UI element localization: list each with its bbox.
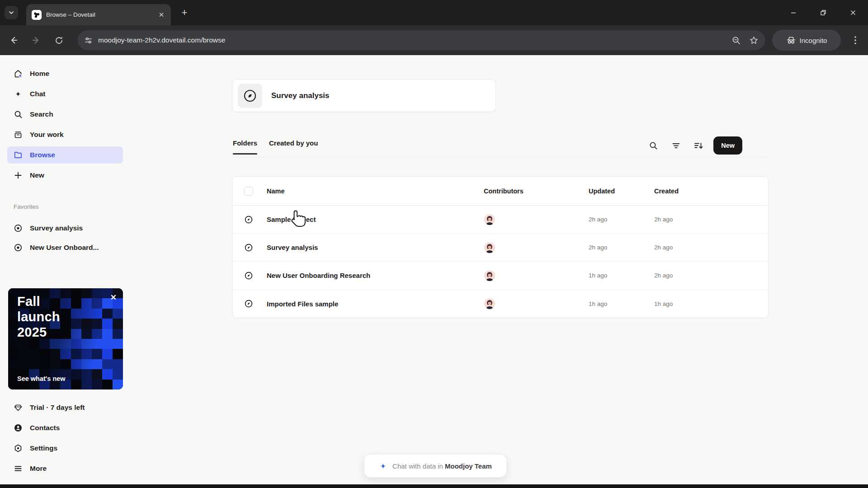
sidebar-item-trial[interactable]: Trial · 7 days left bbox=[7, 399, 123, 416]
sidebar-item-contacts[interactable]: Contacts bbox=[7, 419, 123, 436]
promo-close-icon[interactable]: ✕ bbox=[110, 293, 117, 302]
bookmark-star-icon[interactable] bbox=[749, 36, 759, 45]
contributor-avatar[interactable] bbox=[484, 214, 495, 225]
settings-nut-icon bbox=[14, 444, 23, 453]
browser-toolbar: moodjoy-team-2h2v.dovetail.com/browse In… bbox=[0, 25, 868, 55]
project-header-card[interactable]: Survey analysis bbox=[232, 79, 496, 112]
sidebar-item-label: Chat bbox=[30, 90, 45, 98]
column-header-created[interactable]: Created bbox=[654, 188, 720, 195]
folders-table: Name Contributors Updated Created Sample… bbox=[232, 176, 769, 318]
window-restore-button[interactable] bbox=[808, 0, 838, 25]
row-created: 2h ago bbox=[654, 216, 720, 223]
new-tab-button[interactable]: + bbox=[179, 7, 190, 19]
sidebar-item-label: Browse bbox=[30, 151, 55, 159]
sidebar-item-more[interactable]: More bbox=[7, 460, 123, 477]
column-header-contributors[interactable]: Contributors bbox=[484, 188, 589, 195]
tab-close-icon[interactable]: ✕ bbox=[157, 11, 165, 19]
project-title: Survey analysis bbox=[271, 91, 330, 100]
sidebar-item-new[interactable]: New bbox=[7, 167, 123, 184]
favorite-item-survey-analysis[interactable]: Survey analysis bbox=[7, 220, 123, 237]
row-name: Imported Files sample bbox=[267, 300, 484, 308]
sort-icon bbox=[693, 141, 703, 150]
person-circle-icon bbox=[14, 423, 23, 432]
incognito-label: Incognito bbox=[800, 37, 827, 44]
back-button[interactable] bbox=[5, 32, 22, 48]
row-created: 1h ago bbox=[654, 300, 720, 307]
sidebar-item-settings[interactable]: Settings bbox=[7, 440, 123, 457]
row-created: 2h ago bbox=[654, 244, 720, 251]
team-name: Moodjoy Team bbox=[445, 462, 492, 470]
browser-tab[interactable]: Browse – Dovetail ✕ bbox=[26, 4, 171, 25]
fall-launch-promo-card[interactable]: Fall launch 2025 ✕ See what's new bbox=[8, 288, 123, 389]
reload-button[interactable] bbox=[51, 32, 67, 48]
table-body: Sample Project 2h ago 2h ago Survey anal… bbox=[232, 206, 768, 318]
search-icon bbox=[14, 110, 23, 119]
select-all-checkbox[interactable] bbox=[244, 187, 253, 196]
sidebar-item-search[interactable]: Search bbox=[7, 106, 123, 123]
sidebar-item-label: Contacts bbox=[30, 424, 60, 432]
sidebar-item-chat[interactable]: Chat bbox=[7, 85, 123, 103]
table-row[interactable]: Sample Project 2h ago 2h ago bbox=[232, 206, 768, 234]
forward-button[interactable] bbox=[28, 32, 44, 48]
sidebar-item-home[interactable]: Home bbox=[7, 65, 123, 82]
table-row[interactable]: Survey analysis 2h ago 2h ago bbox=[232, 234, 768, 262]
url-bar[interactable]: moodjoy-team-2h2v.dovetail.com/browse bbox=[78, 30, 765, 50]
restore-icon bbox=[820, 9, 826, 16]
contributor-avatar[interactable] bbox=[484, 270, 495, 282]
browser-menu-button[interactable] bbox=[851, 35, 860, 46]
chat-with-data-pill[interactable]: Chat with data in Moodjoy Team bbox=[364, 454, 507, 478]
promo-link[interactable]: See what's new bbox=[17, 375, 66, 382]
sidebar-item-your-work[interactable]: Your work bbox=[7, 126, 123, 143]
project-icon bbox=[14, 224, 23, 233]
table-row[interactable]: Imported Files sample 1h ago 1h ago bbox=[232, 290, 768, 318]
column-header-name[interactable]: Name bbox=[267, 188, 484, 195]
sidebar-item-label: Search bbox=[30, 110, 53, 118]
project-icon bbox=[244, 271, 253, 280]
new-folder-button[interactable]: New bbox=[713, 136, 742, 155]
chevron-down-icon bbox=[8, 9, 14, 16]
project-icon bbox=[244, 243, 253, 252]
sidebar-item-label: Your work bbox=[30, 131, 64, 139]
row-name: New User Onboarding Research bbox=[267, 272, 484, 279]
back-icon bbox=[9, 35, 19, 45]
window-close-button[interactable] bbox=[838, 0, 868, 25]
table-search-button[interactable] bbox=[646, 138, 661, 153]
zoom-page-icon[interactable] bbox=[731, 36, 741, 45]
row-updated: 2h ago bbox=[589, 244, 654, 251]
plus-icon bbox=[14, 171, 23, 180]
chat-pill-text: Chat with data in Moodjoy Team bbox=[392, 462, 492, 470]
close-icon bbox=[850, 9, 856, 16]
sort-button[interactable] bbox=[691, 138, 706, 153]
sidebar-item-label: More bbox=[30, 465, 47, 473]
tab-created-by-you[interactable]: Created by you bbox=[269, 139, 318, 147]
favorites-heading: Favorites bbox=[14, 203, 39, 210]
reload-icon bbox=[54, 36, 64, 45]
incognito-badge: Incognito bbox=[772, 30, 841, 51]
window-minimize-button[interactable] bbox=[778, 0, 808, 25]
project-icon-box bbox=[238, 84, 262, 108]
filter-button[interactable] bbox=[668, 138, 684, 153]
screen-edge-strip bbox=[0, 484, 868, 488]
sidebar: Home Chat Search Your work Browse bbox=[0, 55, 136, 484]
sidebar-item-label: Settings bbox=[30, 444, 57, 452]
project-icon bbox=[14, 243, 23, 252]
sparkle-icon bbox=[14, 89, 23, 99]
sidebar-item-label: Home bbox=[30, 70, 49, 78]
column-header-updated[interactable]: Updated bbox=[589, 188, 654, 195]
row-created: 2h ago bbox=[654, 272, 720, 279]
url-text[interactable]: moodjoy-team-2h2v.dovetail.com/browse bbox=[98, 36, 731, 44]
hamburger-icon bbox=[14, 464, 23, 473]
favorite-item-new-user-onboarding[interactable]: New User Onboard... bbox=[7, 239, 123, 256]
tab-folders[interactable]: Folders bbox=[233, 139, 257, 147]
browser-tab-bar: Browse – Dovetail ✕ + bbox=[0, 0, 868, 25]
table-row[interactable]: New User Onboarding Research 1h ago 2h a… bbox=[232, 262, 768, 290]
tab-search-button[interactable] bbox=[5, 6, 18, 19]
promo-title: Fall launch 2025 bbox=[17, 294, 60, 340]
contributor-avatar[interactable] bbox=[484, 298, 495, 310]
tab-title: Browse – Dovetail bbox=[46, 11, 157, 18]
contributor-avatar[interactable] bbox=[484, 242, 495, 253]
row-updated: 2h ago bbox=[589, 216, 654, 223]
sidebar-item-browse[interactable]: Browse bbox=[7, 146, 123, 164]
dovetail-browse-page: Home Chat Search Your work Browse bbox=[0, 55, 868, 484]
site-settings-icon[interactable] bbox=[84, 36, 93, 45]
